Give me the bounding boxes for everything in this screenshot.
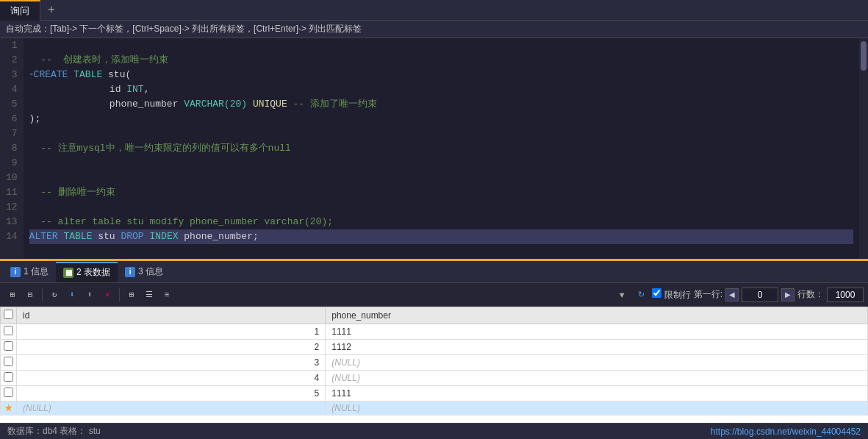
code-line-4: id INT , [29, 82, 853, 97]
line-num-7: 7 [6, 126, 18, 141]
code-line-13: -- alter table stu modify phone_number v… [29, 215, 853, 229]
hint-bar: 自动完成：[Tab]-> 下一个标签，[Ctrl+Space]-> 列出所有标签… [0, 21, 868, 38]
row-checkbox[interactable] [1, 386, 17, 401]
cell-phone: 1111 [326, 386, 868, 401]
line-num-8: 8 [6, 141, 18, 156]
hint-text: 自动完成：[Tab]-> 下一个标签，[Ctrl+Space]-> 列出所有标签… [6, 24, 362, 34]
import-btn[interactable]: ⬇ [64, 287, 80, 303]
filter-refresh-btn[interactable]: ↻ [633, 287, 649, 303]
prev-page-btn[interactable]: ◀ [725, 288, 739, 301]
result-tabs: i 1 信息 ▦ 2 表数据 i 3 信息 [0, 261, 868, 283]
code-content[interactable]: -- 创建表时，添加唯一约束 ⁃ CREATE TABLE stu( id IN… [24, 38, 859, 259]
table-row[interactable]: 3 (NULL) [1, 355, 868, 371]
query-tab[interactable]: 询问 [0, 0, 40, 21]
bottom-panel: i 1 信息 ▦ 2 表数据 i 3 信息 ⊞ ⊟ ↻ ⬇ ⬆ ✕ ⊞ ☰ ≡ … [0, 259, 868, 424]
tab-1-icon: i [10, 267, 21, 277]
tab-table-2[interactable]: ▦ 2 表数据 [56, 262, 118, 282]
code-line-12 [29, 200, 853, 215]
code-lines: 1 2 3 4 5 6 7 8 9 10 11 12 13 14 -- 创建表时… [0, 38, 868, 259]
row-checkbox[interactable] [1, 324, 17, 340]
next-page-btn[interactable]: ▶ [781, 288, 795, 301]
row-count-input[interactable] [827, 288, 864, 302]
data-table-wrapper[interactable]: id phone_number 1 1111 2 1112 3 [0, 307, 868, 424]
tab-bar: 询问 + [0, 0, 868, 21]
cell-id: 3 [17, 355, 326, 371]
table-row-marker[interactable]: ★ (NULL) (NULL) [1, 401, 868, 415]
editor-scrollbar[interactable] [859, 38, 868, 259]
code-line-9 [29, 156, 853, 171]
comment-2: -- 创建表时，添加唯一约束 [29, 53, 169, 68]
line-num-13: 13 [6, 215, 18, 229]
col-view-btn[interactable]: ☰ [141, 287, 157, 303]
limit-checkbox[interactable] [652, 288, 661, 298]
tab-1-label: 1 信息 [24, 265, 49, 278]
code-line-10 [29, 171, 853, 185]
table-row[interactable]: 1 1111 [1, 324, 868, 340]
code-line-3: ⁃ CREATE TABLE stu( [29, 68, 853, 82]
col-phone-number[interactable]: phone_number [326, 307, 868, 324]
kw-table: TABLE [73, 68, 102, 82]
status-left: 数据库：db4 表格： stu [7, 425, 101, 438]
table-view-btn[interactable]: ⊞ [123, 287, 140, 303]
tab-2-icon: ▦ [63, 268, 73, 278]
line-num-3: 3 [6, 68, 18, 82]
table-header-row: id phone_number [1, 307, 868, 324]
cell-id: 1 [17, 324, 326, 340]
line-num-6: 6 [6, 112, 18, 126]
editor-area[interactable]: 1 2 3 4 5 6 7 8 9 10 11 12 13 14 -- 创建表时… [0, 38, 868, 259]
code-line-2: -- 创建表时，添加唯一约束 [29, 53, 853, 68]
row-checkbox[interactable] [1, 355, 17, 371]
split-btn[interactable]: ⊟ [22, 287, 38, 303]
query-tab-label: 询问 [10, 4, 29, 18]
row-checkbox[interactable] [1, 371, 17, 386]
code-line-5: phone_number VARCHAR(20) UNIQUE -- 添加了唯一… [29, 97, 853, 112]
line-num-1: 1 [6, 38, 18, 53]
scrollbar-thumb[interactable] [861, 41, 867, 71]
add-tab-button[interactable]: + [40, 0, 62, 21]
data-table: id phone_number 1 1111 2 1112 3 [0, 307, 868, 415]
tab-info-3[interactable]: i 3 信息 [118, 262, 171, 282]
sep-2 [119, 288, 120, 301]
cell-id-null: (NULL) [17, 401, 326, 415]
row-marker-star: ★ [1, 401, 17, 415]
code-line-7 [29, 126, 853, 141]
limit-label: 限制行 [664, 290, 691, 300]
table-row[interactable]: 5 1111 [1, 386, 868, 401]
line-num-5: 5 [6, 97, 18, 112]
line-num-10: 10 [6, 171, 18, 185]
first-row-input[interactable] [742, 288, 778, 302]
line-num-9: 9 [6, 156, 18, 171]
line-num-2: 2 [6, 53, 18, 68]
first-row-label: 第一行: [694, 288, 722, 301]
export-btn[interactable]: ⬆ [82, 287, 98, 303]
grid-btn[interactable]: ⊞ [4, 287, 21, 303]
filter-bar: ▼ ↻ 限制行 第一行: ◀ ▶ 行数： [614, 287, 864, 303]
tab-3-icon: i [125, 267, 135, 277]
code-line-11: -- 删除唯一约束 [29, 185, 853, 200]
refresh-btn[interactable]: ↻ [46, 287, 62, 303]
limit-checkbox-label: 限制行 [652, 288, 690, 301]
cell-phone: (NULL) [326, 371, 868, 386]
cell-phone: 1112 [326, 340, 868, 355]
table-row[interactable]: 2 1112 [1, 340, 868, 355]
tab-2-label: 2 表数据 [76, 266, 110, 279]
data-toolbar: ⊞ ⊟ ↻ ⬇ ⬆ ✕ ⊞ ☰ ≡ ▼ ↻ 限制行 第一行: ◀ ▶ 行数： [0, 283, 868, 307]
code-line-1 [29, 38, 853, 53]
col-id[interactable]: id [17, 307, 326, 324]
table-row[interactable]: 4 (NULL) [1, 371, 868, 386]
cell-phone-null: (NULL) [326, 401, 868, 415]
row-checkbox[interactable] [1, 340, 17, 355]
cell-id: 4 [17, 371, 326, 386]
select-all-checkbox[interactable] [4, 310, 13, 319]
line-numbers: 1 2 3 4 5 6 7 8 9 10 11 12 13 14 [0, 38, 24, 259]
line-num-11: 11 [6, 185, 18, 200]
line-num-14: 14 [6, 229, 18, 244]
delete-btn[interactable]: ✕ [99, 287, 115, 303]
status-bar: 数据库：db4 表格： stu https://blog.csdn.net/we… [0, 423, 868, 439]
filter-icon[interactable]: ▼ [614, 287, 630, 303]
tab-info-1[interactable]: i 1 信息 [3, 262, 56, 282]
row-view-btn[interactable]: ≡ [159, 287, 175, 303]
col-checkbox [1, 307, 17, 324]
line-num-12: 12 [6, 200, 18, 215]
cell-phone: 1111 [326, 324, 868, 340]
